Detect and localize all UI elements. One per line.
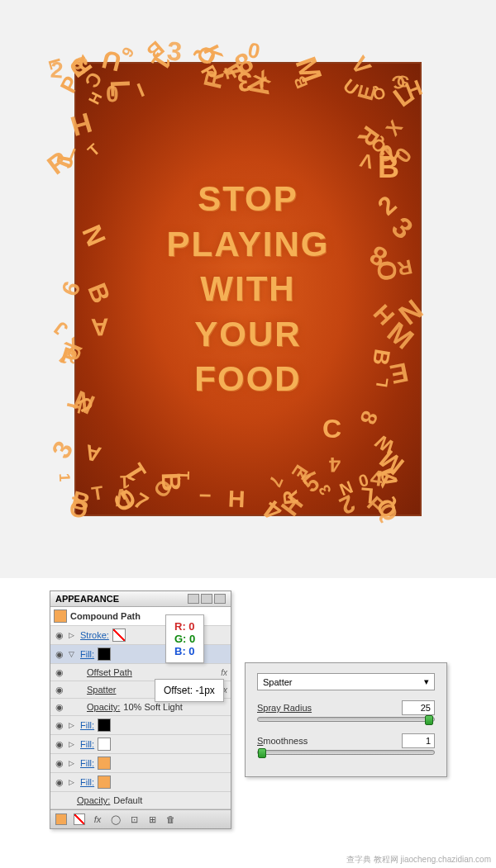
expand-icon[interactable]: ▷ — [69, 721, 77, 729]
spray-radius-row: SSpray Radiuspray Radius — [257, 700, 435, 715]
fill-row-4[interactable]: ◉ ▷ Fill: — [50, 754, 231, 773]
offset-tooltip: Offset: -1px — [155, 679, 224, 702]
compound-swatch — [54, 609, 67, 623]
opacity-value: 10% Soft Light — [123, 702, 183, 712]
eye-icon[interactable]: ◉ — [54, 720, 65, 730]
opacity-label[interactable]: Opacity: — [69, 795, 110, 805]
eye-icon[interactable]: ◉ — [54, 685, 65, 695]
fill-swatch-white[interactable] — [98, 738, 111, 751]
footer-swatch-none[interactable] — [74, 813, 85, 825]
float-letter-b: B — [378, 150, 399, 185]
fill-swatch-black[interactable] — [98, 719, 111, 732]
spatter-label[interactable]: Spatter — [69, 685, 116, 695]
offset-path-label[interactable]: Offset Path — [69, 667, 132, 677]
fill-label[interactable]: Fill: — [80, 739, 94, 749]
rgb-b-value: B: 0 — [174, 645, 195, 657]
opacity-label[interactable]: Opacity: — [69, 702, 120, 712]
slider-thumb[interactable] — [425, 715, 433, 725]
eye-icon[interactable]: ◉ — [54, 739, 65, 749]
fx-button[interactable]: fx — [92, 813, 103, 825]
compound-label: Compound Path — [70, 611, 141, 621]
fill-swatch-orange[interactable] — [98, 757, 111, 770]
spatter-dropdown[interactable]: Spatter ▾ — [257, 673, 435, 690]
fill-label[interactable]: Fill: — [80, 720, 94, 730]
smoothness-label: Smoothness — [257, 736, 308, 746]
fill-label[interactable]: Fill: — [80, 777, 94, 787]
expand-icon[interactable]: ▷ — [69, 631, 77, 639]
smoothness-row: Smoothness — [257, 733, 435, 748]
fill-swatch-orange[interactable] — [98, 776, 111, 789]
chevron-down-icon: ▾ — [424, 676, 429, 687]
spray-radius-slider[interactable] — [257, 717, 435, 722]
menu-icon[interactable] — [201, 594, 212, 604]
fill-label[interactable]: Fill: — [80, 758, 94, 768]
panel-header-controls — [188, 594, 226, 604]
expand-icon[interactable]: ▽ — [69, 650, 77, 658]
eye-icon[interactable]: ◉ — [54, 667, 65, 677]
rgb-r-value: R: 0 — [174, 620, 195, 633]
duplicate-button[interactable]: ⊡ — [128, 813, 140, 825]
rgb-tooltip: R: 0 G: 0 B: 0 — [165, 614, 204, 663]
fill-row-3[interactable]: ◉ ▷ Fill: — [50, 735, 231, 754]
canvas: RHBLUNIVQOLE1Q3QAT18V762K5XR8B2RXUJC04HQ… — [74, 62, 422, 516]
smoothness-slider[interactable] — [257, 750, 435, 755]
eye-icon[interactable]: ◉ — [54, 758, 65, 768]
panel-footer: fx ◯ ⊡ ⊞ 🗑 — [50, 809, 231, 828]
eye-icon[interactable]: ◉ — [54, 649, 65, 659]
fill-swatch-black[interactable] — [98, 647, 111, 661]
minimize-icon[interactable] — [188, 594, 199, 604]
footer-swatch[interactable] — [55, 813, 67, 825]
opacity-default-value: Default — [113, 795, 142, 805]
slider-thumb[interactable] — [258, 748, 266, 758]
watermark: 查字典 教程网 jiaocheng.chazidian.com — [346, 854, 491, 866]
opacity-default-row[interactable]: Opacity: Default — [50, 792, 231, 809]
fill-label[interactable]: Fill: — [80, 649, 94, 659]
eye-icon[interactable]: ◉ — [54, 630, 65, 640]
eye-icon[interactable]: ◉ — [54, 702, 65, 712]
clear-button[interactable]: ◯ — [110, 813, 122, 825]
artwork-area: RHBLUNIVQOLE1Q3QAT18V762K5XR8B2RXUJC04HQ… — [0, 0, 496, 578]
float-letter-c: C — [322, 414, 341, 444]
panel-header[interactable]: APPEARANCE — [50, 591, 231, 607]
fx-icon: fx — [221, 668, 227, 677]
dropdown-value: Spatter — [263, 677, 292, 687]
spray-radius-label: SSpray Radiuspray Radius — [257, 703, 312, 713]
trash-icon[interactable]: 🗑 — [165, 813, 176, 825]
fill-row-2[interactable]: ◉ ▷ Fill: — [50, 716, 231, 735]
main-artwork-text: STOPPLAYINGWITHYOURFOOD — [167, 177, 330, 402]
expand-icon[interactable]: ▷ — [69, 778, 77, 786]
fill-row-5[interactable]: ◉ ▷ Fill: — [50, 773, 231, 792]
new-button[interactable]: ⊞ — [146, 813, 158, 825]
expand-icon[interactable]: ▷ — [69, 740, 77, 748]
spray-radius-input[interactable] — [402, 700, 435, 715]
stroke-label[interactable]: Stroke: — [80, 630, 109, 640]
offset-value: Offset: -1px — [164, 685, 215, 696]
rgb-g-value: G: 0 — [174, 633, 195, 645]
spatter-panel: Spatter ▾ SSpray Radiuspray Radius Smoot… — [245, 662, 447, 777]
stroke-swatch[interactable] — [112, 628, 126, 642]
smoothness-input[interactable] — [402, 733, 435, 748]
panels-area: APPEARANCE Compound Path ◉ ▷ Stroke: ◉ ▽… — [0, 578, 496, 868]
close-icon[interactable] — [214, 594, 226, 604]
eye-icon[interactable]: ◉ — [54, 777, 65, 787]
panel-title: APPEARANCE — [55, 594, 119, 604]
expand-icon[interactable]: ▷ — [69, 759, 77, 767]
